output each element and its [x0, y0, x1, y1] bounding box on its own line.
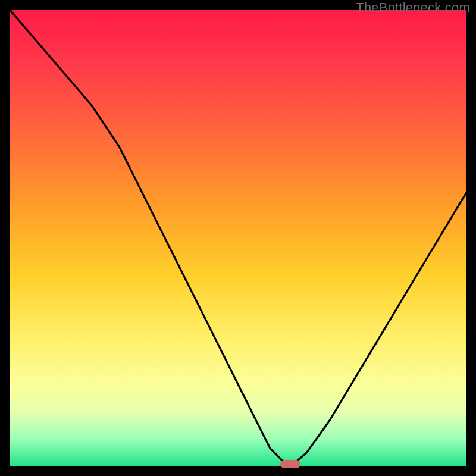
- watermark-text: TheBottleneck.com: [356, 0, 470, 15]
- minimum-marker: [280, 460, 300, 468]
- gradient-plot-area: [10, 10, 466, 466]
- chart-frame: TheBottleneck.com: [0, 0, 476, 476]
